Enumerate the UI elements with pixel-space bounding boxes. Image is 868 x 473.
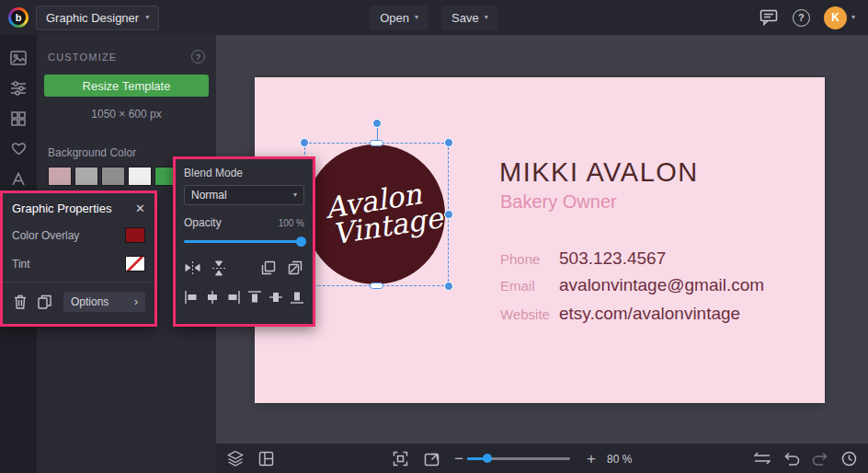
slider-thumb[interactable] (296, 236, 306, 247)
feedback-chat-icon[interactable] (759, 7, 779, 28)
canvas-size-label: 1050 × 600 px (37, 108, 216, 121)
topbar-center: Open ▾ Save ▾ (370, 0, 497, 35)
graphic-properties-title: Graphic Properties (12, 202, 111, 215)
opacity-label: Opacity (184, 216, 222, 229)
align-bottom-icon[interactable] (290, 289, 304, 306)
contact-value: etsy.com/avalonvintage (559, 304, 740, 324)
brand-letter: b (11, 10, 26, 25)
rail-item-image[interactable] (0, 42, 37, 73)
app-switcher-button[interactable]: Graphic Designer ▾ (36, 6, 159, 30)
delete-icon[interactable] (12, 294, 29, 310)
undo-icon[interactable] (783, 450, 800, 467)
slider-track (184, 240, 304, 243)
send-backward-icon[interactable] (287, 260, 303, 276)
contact-value: 503.123.4567 (559, 248, 666, 269)
slider-thumb[interactable] (483, 454, 492, 463)
duplicate-icon[interactable] (36, 294, 52, 310)
graphic-properties-header: Graphic Properties ✕ (3, 193, 154, 221)
opacity-slider[interactable] (184, 236, 304, 247)
align-left-icon[interactable] (184, 289, 199, 306)
rail-item-favorites[interactable] (0, 133, 37, 164)
bring-forward-icon[interactable] (260, 260, 277, 276)
divider (3, 282, 154, 283)
canvas-grid-icon[interactable] (257, 450, 274, 467)
align-icon-row (184, 289, 304, 306)
chevron-right-icon: › (134, 295, 138, 308)
blend-mode-value: Normal (191, 189, 227, 202)
resize-handle-bottom-center[interactable] (370, 283, 383, 289)
options-button[interactable]: Options › (63, 292, 145, 312)
contact-row-phone[interactable]: Phone 503.123.4567 (500, 248, 666, 269)
save-button[interactable]: Save ▾ (441, 6, 498, 30)
resize-template-button[interactable]: Resize Template (44, 75, 209, 97)
color-overlay-label: Color Overlay (12, 229, 79, 242)
redo-icon[interactable] (811, 450, 828, 467)
rotate-handle[interactable] (372, 119, 382, 128)
opacity-value: 100 % (279, 218, 304, 228)
contact-value: avalonvintage@gmail.com (559, 275, 764, 295)
close-icon[interactable]: ✕ (135, 202, 145, 214)
fit-to-screen-icon[interactable] (392, 450, 408, 467)
app-window: b Graphic Designer ▾ Open ▾ Save ▾ (0, 0, 868, 473)
flip-vertical-icon[interactable] (211, 260, 227, 276)
chevron-down-icon: ▾ (145, 14, 149, 21)
business-card-artboard[interactable]: Avalon Vintage MIKKI AVALON Bakery Owner… (255, 77, 825, 403)
blend-mode-select[interactable]: Normal ▾ (184, 185, 304, 205)
flip-horizontal-icon[interactable] (184, 260, 200, 276)
customize-title: CUSTOMIZE (48, 52, 117, 63)
zoom-slider[interactable] (467, 455, 570, 462)
contact-row-email[interactable]: Email avalonvintage@gmail.com (500, 275, 764, 295)
card-name-text[interactable]: MIKKI AVALON (499, 157, 699, 188)
chevron-down-icon: ▾ (851, 14, 855, 21)
contact-label: Email (500, 278, 559, 294)
resize-handle-middle-right[interactable] (444, 210, 453, 219)
compare-swap-icon[interactable] (754, 450, 771, 467)
help-icon[interactable]: ? (793, 9, 810, 27)
zoom-out-button[interactable]: − (451, 450, 467, 467)
panel-help-icon[interactable]: ? (191, 50, 205, 63)
card-role-text[interactable]: Bakery Owner (500, 191, 617, 213)
save-label: Save (451, 11, 479, 25)
zoom-in-button[interactable]: + (583, 450, 600, 467)
account-menu[interactable]: K ▾ (824, 6, 855, 29)
color-swatch[interactable] (128, 167, 152, 186)
color-swatch[interactable] (74, 167, 98, 186)
color-swatch[interactable] (48, 167, 72, 186)
resize-handle-top-left[interactable] (300, 138, 309, 147)
tint-swatch[interactable] (125, 256, 145, 271)
chevron-down-icon: ▾ (415, 14, 418, 21)
graphic-properties-actions: Options › (3, 288, 154, 316)
open-button[interactable]: Open ▾ (370, 6, 428, 30)
open-label: Open (380, 11, 409, 25)
selection-box[interactable] (304, 143, 449, 286)
chevron-down-icon: ▾ (293, 191, 297, 199)
contact-row-website[interactable]: Website etsy.com/avalonvintage (500, 304, 740, 324)
blend-panel-body: Blend Mode Normal ▾ Opacity 100 % (176, 159, 313, 313)
color-overlay-swatch[interactable] (125, 227, 145, 243)
brand-logo-icon[interactable]: b (8, 7, 29, 28)
resize-handle-bottom-right[interactable] (444, 282, 453, 291)
color-swatch[interactable] (101, 167, 125, 186)
rail-item-templates[interactable] (0, 103, 37, 133)
tint-row: Tint (3, 249, 154, 278)
resize-handle-top-center[interactable] (370, 140, 383, 146)
tint-label: Tint (12, 258, 30, 271)
fullscreen-preview-icon[interactable] (423, 450, 440, 467)
align-top-icon[interactable] (247, 289, 262, 306)
app-switcher-label: Graphic Designer (46, 11, 139, 25)
customize-header: CUSTOMIZE ? (37, 35, 216, 73)
align-center-horizontal-icon[interactable] (205, 289, 220, 306)
align-middle-vertical-icon[interactable] (268, 289, 283, 306)
graphic-properties-panel: Graphic Properties ✕ Color Overlay Tint (0, 190, 157, 327)
align-right-icon[interactable] (226, 289, 241, 306)
blend-mode-panel: Blend Mode Normal ▾ Opacity 100 % (173, 156, 315, 327)
contact-label: Phone (500, 251, 559, 267)
rail-item-adjust[interactable] (0, 73, 37, 103)
topbar: b Graphic Designer ▾ Open ▾ Save ▾ (0, 0, 868, 35)
transform-icon-row (184, 260, 304, 276)
avatar: K (824, 6, 847, 29)
topbar-left: b Graphic Designer ▾ (0, 6, 159, 30)
resize-handle-top-right[interactable] (444, 138, 453, 147)
history-icon[interactable] (840, 450, 857, 467)
layers-icon[interactable] (227, 450, 244, 467)
